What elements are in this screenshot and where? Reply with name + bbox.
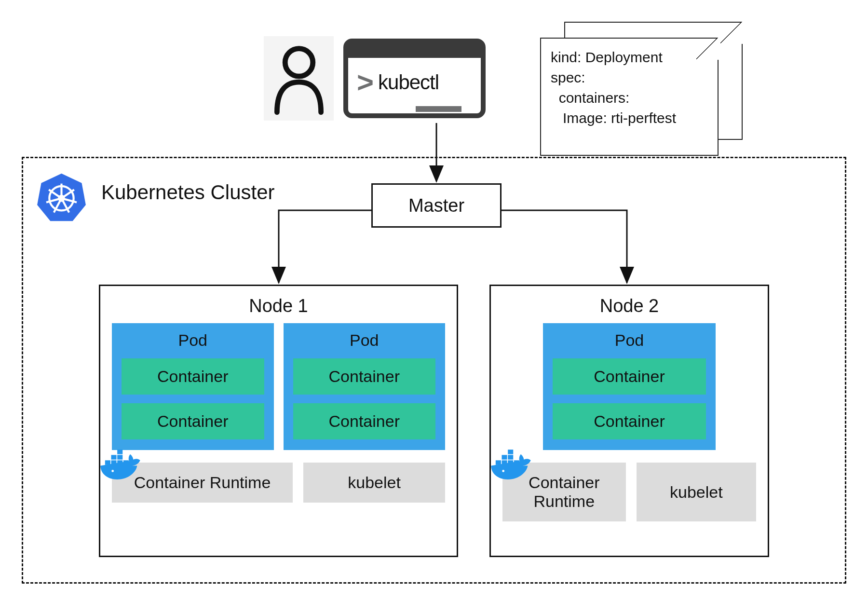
container: Container: [122, 358, 264, 395]
node-title: Node 2: [502, 296, 756, 316]
pod-title: Pod: [293, 331, 436, 350]
kubelet: kubelet: [303, 463, 445, 503]
container: Container: [293, 358, 436, 395]
svg-rect-14: [111, 455, 117, 460]
pod-title: Pod: [553, 331, 706, 350]
svg-rect-22: [502, 455, 507, 460]
svg-rect-15: [117, 455, 122, 460]
docker-logo-icon: [97, 445, 143, 484]
kubernetes-logo-icon: [36, 171, 87, 223]
diagram-canvas: > kubectl kind: Deployment spec: contain…: [0, 0, 868, 615]
svg-rect-24: [508, 450, 513, 454]
container: Container: [293, 403, 436, 439]
container: Container: [122, 403, 264, 439]
worker-node-2: Node 2 Pod Container Container: [489, 285, 769, 557]
master-node: Master: [371, 183, 502, 228]
worker-node-1: Node 1 Pod Container Container Pod Conta…: [99, 285, 458, 557]
document-front-page: kind: Deployment spec: containers: Image…: [540, 38, 719, 156]
terminal-cursor-icon: [416, 106, 461, 112]
svg-rect-16: [117, 450, 122, 454]
yaml-line: kind: Deployment: [551, 47, 710, 68]
yaml-manifest-docs: kind: Deployment spec: containers: Image…: [540, 19, 747, 150]
terminal-titlebar: [348, 43, 481, 58]
svg-point-26: [502, 470, 504, 472]
node-title: Node 1: [112, 296, 445, 316]
terminal-command: kubectl: [378, 71, 439, 94]
svg-point-0: [285, 48, 313, 76]
container: Container: [553, 358, 706, 395]
yaml-line: Image: rti-perftest: [551, 108, 710, 128]
user-icon: [264, 36, 334, 121]
container: Container: [553, 403, 706, 439]
terminal-prompt-icon: >: [357, 66, 371, 99]
svg-point-18: [111, 470, 114, 472]
pod: Pod Container Container: [543, 323, 716, 450]
yaml-line: spec:: [551, 68, 710, 88]
svg-rect-23: [508, 455, 513, 460]
docker-logo-icon: [488, 445, 534, 484]
pod: Pod Container Container: [112, 323, 274, 450]
pod-title: Pod: [122, 331, 264, 350]
cluster-title: Kubernetes Cluster: [101, 181, 275, 204]
yaml-line: containers:: [551, 88, 710, 108]
terminal-window: > kubectl: [343, 39, 486, 118]
pod: Pod Container Container: [284, 323, 446, 450]
kubelet: kubelet: [637, 463, 756, 521]
